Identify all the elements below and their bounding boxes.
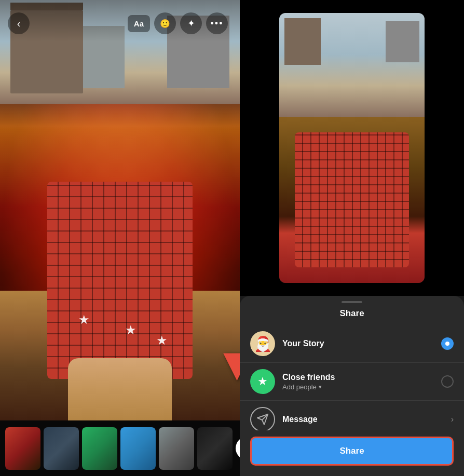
story-preview-image [279, 13, 425, 283]
your-story-avatar: 🎅 [250, 331, 275, 356]
preview-sky [279, 13, 425, 117]
effects-button[interactable]: ✦ [180, 12, 202, 34]
message-title: Message [282, 415, 451, 424]
thumbnail-4[interactable] [120, 427, 156, 470]
close-friends-option[interactable]: ★ Close friends Add people ▾ [240, 363, 464, 401]
star-decoration-3: ★ [156, 333, 168, 348]
message-option[interactable]: Message › [240, 401, 464, 430]
star-decoration-2: ★ [125, 323, 137, 337]
share-panel: Share 🎅 Your Story ★ Close friends [240, 0, 464, 476]
message-icon-container [250, 407, 275, 430]
thumb-bg-5 [159, 427, 194, 470]
thumbnail-3[interactable] [82, 427, 117, 470]
story-toolbar: ‹ Aa 🙂 ✦ ••• [0, 0, 240, 42]
thumb-bg-3 [82, 427, 117, 470]
add-people-chevron: ▾ [319, 384, 322, 390]
hand [68, 358, 172, 420]
share-button-area: Share [240, 430, 464, 476]
share-submit-label: Share [339, 446, 364, 456]
message-dm-icon [256, 413, 269, 426]
thumbnail-6[interactable] [197, 427, 233, 470]
text-tool-button[interactable]: Aa [128, 15, 150, 32]
chevron-left-icon: ‹ [17, 18, 21, 30]
text-tool-label: Aa [134, 19, 144, 28]
sparkles-icon: ✦ [187, 18, 195, 29]
thumb-bg-2 [44, 427, 79, 470]
thumb-bg-1 [5, 427, 40, 470]
food-box-inner: ★ ★ ★ [47, 182, 193, 379]
sticker-button[interactable]: 🙂 [154, 12, 176, 34]
message-chevron-icon: › [451, 415, 454, 424]
message-text: Message [282, 415, 451, 424]
preview-building-left [284, 18, 321, 65]
share-options-list: 🎅 Your Story ★ Close friends Add people … [240, 325, 464, 430]
preview-food-area [279, 117, 425, 283]
share-sheet: Share 🎅 Your Story ★ Close friends [240, 296, 464, 476]
story-editor-panel: ★ ★ ★ ▼ ‹ Aa 🙂 ✦ ••• [0, 0, 240, 476]
next-button[interactable]: Next › [236, 437, 240, 460]
your-story-option[interactable]: 🎅 Your Story [240, 325, 464, 363]
food-box: ★ ★ ★ [47, 182, 193, 379]
add-people-label: Add people [282, 383, 317, 391]
sticker-icon: 🙂 [160, 19, 170, 29]
close-friends-subtitle: Add people ▾ [282, 383, 441, 391]
close-friends-icon: ★ [250, 369, 275, 394]
star-decoration-1: ★ [78, 312, 90, 327]
avatar-emoji: 🎅 [254, 335, 272, 352]
your-story-text: Your Story [282, 339, 441, 348]
preview-building-right [386, 21, 419, 62]
ellipsis-icon: ••• [211, 18, 224, 29]
close-friends-title: Close friends [282, 373, 441, 382]
thumb-bg-6 [197, 427, 233, 470]
thumb-bg-4 [120, 427, 156, 470]
thumbnail-5[interactable] [159, 427, 194, 470]
story-background: ★ ★ ★ ▼ [0, 0, 240, 420]
sheet-handle [342, 301, 362, 303]
thumbnail-2[interactable] [44, 427, 79, 470]
back-button[interactable]: ‹ [8, 12, 30, 34]
close-friends-text: Close friends Add people ▾ [282, 373, 441, 391]
story-preview-area [240, 0, 464, 296]
star-icon: ★ [257, 375, 268, 388]
more-button[interactable]: ••• [206, 12, 228, 34]
close-friends-radio[interactable] [441, 375, 454, 388]
your-story-radio[interactable] [441, 337, 454, 350]
thumbnail-1[interactable] [5, 427, 40, 470]
share-title: Share [240, 306, 464, 325]
your-story-title: Your Story [282, 339, 441, 348]
share-submit-button[interactable]: Share [250, 437, 454, 466]
thumbnail-strip: Next › [0, 420, 240, 476]
